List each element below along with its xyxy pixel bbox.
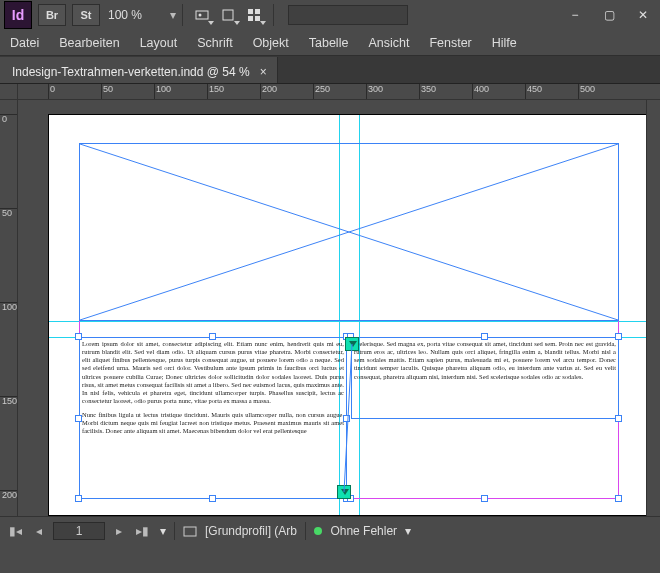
selection-handle[interactable] bbox=[615, 415, 622, 422]
svg-rect-4 bbox=[255, 9, 260, 14]
stock-button[interactable]: St bbox=[72, 4, 100, 26]
menu-view[interactable]: Ansicht bbox=[368, 36, 409, 50]
separator bbox=[273, 4, 274, 26]
svg-point-1 bbox=[199, 14, 202, 17]
close-tab-icon[interactable]: × bbox=[260, 65, 267, 79]
main-menu: Datei Bearbeiten Layout Schrift Objekt T… bbox=[0, 30, 660, 56]
menu-file[interactable]: Datei bbox=[10, 36, 39, 50]
body-text: Nunc finibus ligula ut lectus tristique … bbox=[82, 411, 344, 435]
selection-handle[interactable] bbox=[209, 333, 216, 340]
bridge-button[interactable]: Br bbox=[38, 4, 66, 26]
chevron-down-icon[interactable]: ▾ bbox=[160, 524, 166, 538]
separator bbox=[305, 522, 306, 540]
selection-handle[interactable] bbox=[75, 333, 82, 340]
scrollbar-vertical[interactable] bbox=[646, 100, 660, 516]
selection-handle[interactable] bbox=[615, 495, 622, 502]
placeholder-x-icon bbox=[80, 144, 618, 320]
document-canvas[interactable]: Lorem ipsum dolor sit amet, consectetur … bbox=[18, 100, 660, 516]
titlebar: Id Br St 100 % ▾ − ▢ ✕ bbox=[0, 0, 660, 30]
screen-mode-button[interactable] bbox=[215, 4, 241, 26]
image-frame[interactable] bbox=[79, 143, 619, 321]
body-text: scelerisque. Sed magna ex, porta vitae c… bbox=[354, 340, 616, 381]
selection-handle[interactable] bbox=[209, 495, 216, 502]
document-tab-bar: Indesign-Textrahmen-verketten.indd @ 54 … bbox=[0, 56, 660, 84]
minimize-button[interactable]: − bbox=[558, 3, 592, 27]
separator bbox=[182, 4, 183, 26]
search-field[interactable] bbox=[288, 5, 408, 25]
svg-rect-0 bbox=[196, 11, 208, 19]
preflight-folder-icon bbox=[183, 524, 197, 538]
menu-window[interactable]: Fenster bbox=[429, 36, 471, 50]
status-bar: ▮◂ ◂ 1 ▸ ▸▮ ▾ [Grundprofil] (Arb Ohne Fe… bbox=[0, 516, 660, 545]
next-page-button[interactable]: ▸ bbox=[113, 524, 125, 538]
preflight-profile[interactable]: [Grundprofil] (Arb bbox=[205, 524, 297, 538]
ruler-vertical[interactable]: 0 50 100 150 200 bbox=[0, 100, 18, 516]
selection-handle[interactable] bbox=[75, 495, 82, 502]
menu-object[interactable]: Objekt bbox=[253, 36, 289, 50]
page-number-field[interactable]: 1 bbox=[53, 522, 105, 540]
document-tab[interactable]: Indesign-Textrahmen-verketten.indd @ 54 … bbox=[0, 57, 278, 83]
prev-page-button[interactable]: ◂ bbox=[33, 524, 45, 538]
ruler-origin[interactable] bbox=[0, 84, 18, 100]
text-thread-out-port[interactable] bbox=[337, 485, 351, 499]
first-page-button[interactable]: ▮◂ bbox=[6, 524, 25, 538]
selection-handle[interactable] bbox=[481, 495, 488, 502]
body-text: Lorem ipsum dolor sit amet, consectetur … bbox=[82, 340, 344, 405]
text-frame-2[interactable]: scelerisque. Sed magna ex, porta vitae c… bbox=[351, 337, 619, 419]
page[interactable]: Lorem ipsum dolor sit amet, consectetur … bbox=[48, 114, 648, 516]
svg-rect-10 bbox=[184, 527, 196, 536]
text-frame-1[interactable]: Lorem ipsum dolor sit amet, consectetur … bbox=[79, 337, 347, 499]
svg-rect-2 bbox=[223, 10, 233, 20]
separator bbox=[174, 522, 175, 540]
screen-icon bbox=[221, 8, 235, 22]
status-ok-icon bbox=[314, 527, 322, 535]
menu-type[interactable]: Schrift bbox=[197, 36, 232, 50]
text-thread-in-port[interactable] bbox=[345, 337, 359, 351]
document-tab-title: Indesign-Textrahmen-verketten.indd @ 54 … bbox=[12, 65, 250, 79]
ruler-horizontal[interactable]: 0 50 100 150 200 250 300 350 400 450 500 bbox=[18, 84, 660, 100]
menu-edit[interactable]: Bearbeiten bbox=[59, 36, 119, 50]
grid-icon bbox=[247, 8, 261, 22]
app-logo-id: Id bbox=[4, 1, 32, 29]
menu-table[interactable]: Tabelle bbox=[309, 36, 349, 50]
arrange-button[interactable] bbox=[241, 4, 267, 26]
view-icon bbox=[195, 8, 209, 22]
svg-rect-3 bbox=[248, 9, 253, 14]
close-button[interactable]: ✕ bbox=[626, 3, 660, 27]
chevron-down-icon[interactable]: ▾ bbox=[170, 8, 176, 22]
view-options-button[interactable] bbox=[189, 4, 215, 26]
preflight-status-text: Ohne Fehler bbox=[330, 524, 397, 538]
selection-handle[interactable] bbox=[343, 415, 350, 422]
last-page-button[interactable]: ▸▮ bbox=[133, 524, 152, 538]
work-area: 0 50 100 150 200 250 300 350 400 450 500… bbox=[0, 84, 660, 516]
selection-handle[interactable] bbox=[75, 415, 82, 422]
zoom-level-field[interactable]: 100 % bbox=[108, 8, 168, 22]
menu-help[interactable]: Hilfe bbox=[492, 36, 517, 50]
preflight-status[interactable]: Ohne Fehler bbox=[314, 524, 397, 538]
svg-rect-5 bbox=[248, 16, 253, 21]
selection-handle[interactable] bbox=[481, 333, 488, 340]
selection-handle[interactable] bbox=[615, 333, 622, 340]
chevron-down-icon[interactable]: ▾ bbox=[405, 524, 411, 538]
maximize-button[interactable]: ▢ bbox=[592, 3, 626, 27]
menu-layout[interactable]: Layout bbox=[140, 36, 178, 50]
